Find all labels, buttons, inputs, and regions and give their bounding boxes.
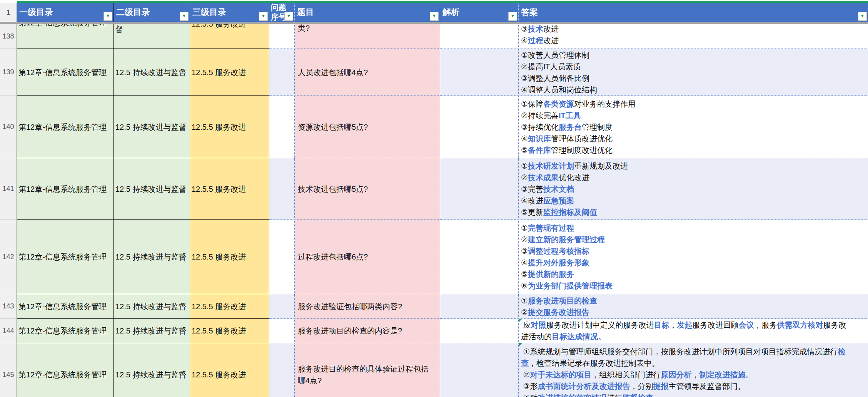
cell-text-line: 第12章-信息系统服务管理 bbox=[18, 325, 112, 337]
cell-answer[interactable]: ①保障各类资源对业务的支撑作用②持续完善IT工具③持续优化服务台管理制度④知识库… bbox=[519, 96, 868, 158]
cell-question[interactable]: 资源改进包括哪5点? bbox=[295, 96, 440, 158]
cell-level2-dir[interactable]: 12.5 持续改进与监督 bbox=[114, 220, 190, 294]
cell-analysis[interactable] bbox=[440, 158, 519, 220]
cell-text-line: ①技术研发计划重新规划及改进 bbox=[521, 160, 866, 172]
cell-text-line: 第12章-信息系统服务管理 bbox=[18, 251, 112, 263]
cell-level1-dir[interactable]: 第12章-信息系统服务管理 bbox=[17, 319, 114, 343]
row-number[interactable]: 144 bbox=[0, 319, 17, 343]
cell-level2-dir[interactable]: 12.5 持续改进与监督 bbox=[114, 96, 190, 158]
cell-text-line: 人员改进包括哪4点? bbox=[298, 67, 438, 78]
cell-analysis[interactable] bbox=[440, 319, 519, 343]
filter-dropdown-icon[interactable]: ▼ bbox=[508, 12, 517, 21]
column-header-l1[interactable]: 一级目录▼ bbox=[17, 3, 114, 22]
cell-analysis[interactable] bbox=[440, 49, 519, 96]
cell-analysis[interactable] bbox=[440, 96, 519, 158]
cell-text-line: 服务改进项目的检查的内容是? bbox=[298, 325, 438, 337]
cell-answer[interactable]: 应对照服务改进计划中定义的服务改进目标，发起服务改进回顾会议，服务供需双方核对服… bbox=[519, 319, 868, 343]
cell-level3-dir[interactable]: 12.5.5 服务改进 bbox=[190, 343, 269, 397]
cell-level1-dir[interactable]: 第12章-信息系统服务管理 bbox=[17, 158, 114, 220]
row-number-header[interactable]: 1 bbox=[0, 3, 17, 22]
cell-level2-dir[interactable]: 12.5 持续改进与监督 bbox=[114, 319, 190, 343]
row-number[interactable]: 139 bbox=[0, 49, 17, 96]
cell-text-line: 资源改进包括哪5点? bbox=[298, 121, 438, 133]
cell-question-number[interactable] bbox=[269, 96, 295, 158]
cell-answer[interactable]: ①服务改进项目的检查②提交服务改进报告 bbox=[519, 294, 868, 319]
cell-level3-dir[interactable]: 12.5.5 服务改进 bbox=[190, 49, 269, 96]
cell-level3-dir[interactable]: 12.5.5 服务改进 bbox=[190, 319, 269, 343]
row-number[interactable]: 141 bbox=[0, 158, 17, 220]
cell-question[interactable]: 过程改进包括哪6点? bbox=[295, 220, 440, 294]
cell-text-line: 12.5 持续改进与监督 bbox=[115, 301, 188, 312]
cell-level1-dir[interactable]: 第12章-信息系统服务管理 bbox=[17, 96, 114, 158]
cell-question[interactable]: 服务改进验证包括哪两类内容? bbox=[295, 294, 440, 319]
cell-text-line: 查，检查结果记录在服务改进控制表中。 bbox=[521, 357, 866, 369]
row-number[interactable]: 140 bbox=[0, 96, 17, 158]
cell-analysis[interactable] bbox=[440, 220, 519, 294]
cell-question-number[interactable] bbox=[269, 158, 295, 220]
cell-level2-dir[interactable]: 12.5 持续改进与监督 bbox=[114, 49, 190, 96]
row-number[interactable]: 143 bbox=[0, 294, 17, 319]
cell-level3-dir[interactable]: 12.5.5 服务改进 bbox=[190, 158, 269, 220]
cell-level1-dir[interactable]: 第12章-信息系统服务管理 bbox=[17, 49, 114, 96]
cell-level3-dir[interactable]: 12.5.5 服务改进 bbox=[190, 220, 269, 294]
cell-level3-dir[interactable]: 12.5.5 服务改进 bbox=[190, 24, 269, 49]
cell-level2-dir[interactable]: 12.5 持续改进与监督 bbox=[114, 158, 190, 220]
cell-text-line: ③调整人员储备比例 bbox=[521, 72, 866, 84]
filter-dropdown-icon[interactable]: ▼ bbox=[430, 12, 439, 21]
filter-dropdown-icon[interactable]: ▼ bbox=[858, 12, 867, 21]
cell-text-line: ④知识库管理体质改进优化 bbox=[521, 133, 866, 144]
column-header-jx[interactable]: 解析▼ bbox=[440, 3, 519, 22]
cell-text-line: ①完善现有过程 bbox=[521, 222, 866, 234]
column-header-l3[interactable]: 三级目录▼ bbox=[190, 3, 269, 22]
column-header-l2[interactable]: 二级目录▼ bbox=[114, 3, 190, 22]
cell-answer[interactable]: ①完善现有过程②建立新的服务管理过程③调整过程考核指标④提升对外服务形象⑤提供新… bbox=[519, 220, 868, 294]
row-number[interactable]: 138 bbox=[0, 24, 17, 49]
cell-text-line: ④过程改进 bbox=[521, 35, 866, 46]
cell-question[interactable]: 服务改进项目的检查的内容是? bbox=[295, 319, 440, 343]
cell-answer[interactable]: ①技术研发计划重新规划及改进②技术成果优化改进③完善技术文档④改进应急预案⑤更新… bbox=[519, 158, 868, 220]
cell-analysis[interactable] bbox=[440, 343, 519, 397]
cell-question[interactable]: 类? bbox=[295, 24, 440, 49]
cell-level1-dir[interactable]: 第12章-信息系统服务管理 bbox=[17, 294, 114, 319]
filter-dropdown-icon[interactable]: ▼ bbox=[259, 12, 268, 21]
cell-text-line: ②建立新的服务管理过程 bbox=[521, 234, 866, 245]
column-header-q[interactable]: 题目▼ bbox=[295, 3, 440, 22]
cell-text-line: 12.5 持续改进与监督 bbox=[115, 325, 188, 337]
cell-question[interactable]: 技术改进包括哪5点? bbox=[295, 158, 440, 220]
column-header-ans[interactable]: 答案▼ bbox=[519, 3, 868, 22]
row-number[interactable]: 142 bbox=[0, 220, 17, 294]
cell-question[interactable]: 人员改进包括哪4点? bbox=[295, 49, 440, 96]
cell-text-line: ②技术成果优化改进 bbox=[521, 172, 866, 183]
cell-text-line: 第12章-信息系统服务管理 bbox=[18, 67, 112, 78]
cell-text-line: ⑤提供新的服务 bbox=[521, 268, 866, 280]
cell-question-number[interactable] bbox=[269, 220, 295, 294]
cell-level2-dir[interactable]: 督 bbox=[114, 24, 190, 49]
cell-question-number[interactable] bbox=[269, 343, 295, 397]
filter-dropdown-icon[interactable]: ▼ bbox=[180, 12, 189, 21]
cell-text-line: 12.5 持续改进与监督 bbox=[115, 67, 188, 78]
row-number[interactable]: 145 bbox=[0, 343, 17, 397]
cell-answer[interactable]: ③技术改进④过程改进 bbox=[519, 24, 868, 49]
cell-level2-dir[interactable]: 12.5 持续改进与监督 bbox=[114, 294, 190, 319]
cell-level3-dir[interactable]: 12.5.5 服务改进 bbox=[190, 294, 269, 319]
cell-level2-dir[interactable]: 12.5 持续改进与监督 bbox=[114, 343, 190, 397]
cell-level1-dir[interactable]: 第12章-信息系统服务管理 bbox=[17, 343, 114, 397]
cell-level1-dir[interactable]: 第12章-信息系统服务管理 bbox=[17, 24, 114, 49]
cell-question-number[interactable] bbox=[269, 49, 295, 96]
cell-level3-dir[interactable]: 12.5.5 服务改进 bbox=[190, 96, 269, 158]
cell-answer[interactable]: ①改善人员管理体制②提高IT人员素质③调整人员储备比例④调整人员和岗位结构 bbox=[519, 49, 868, 96]
cell-analysis[interactable] bbox=[440, 24, 519, 49]
cell-text-line: ②提高IT人员素质 bbox=[521, 61, 866, 72]
table-row: 144第12章-信息系统服务管理12.5 持续改进与监督12.5.5 服务改进服… bbox=[0, 319, 868, 343]
cell-question-number[interactable] bbox=[269, 294, 295, 319]
cell-question-number[interactable] bbox=[269, 319, 295, 343]
cell-analysis[interactable] bbox=[440, 294, 519, 319]
cell-question-number[interactable] bbox=[269, 24, 295, 49]
cell-level1-dir[interactable]: 第12章-信息系统服务管理 bbox=[17, 220, 114, 294]
cell-answer[interactable]: ①系统规划与管理师组织服务交付部门，按服务改进计划中所列项目对项目指标完成情况进… bbox=[519, 343, 868, 397]
filter-dropdown-icon[interactable]: ▼ bbox=[284, 12, 293, 21]
cell-question[interactable]: 服务改进目的检查的具体验证过程包括哪4点? bbox=[295, 343, 440, 397]
filter-dropdown-icon[interactable]: ▼ bbox=[103, 12, 112, 21]
table-row: 145第12章-信息系统服务管理12.5 持续改进与监督12.5.5 服务改进服… bbox=[0, 343, 868, 397]
column-header-qnum[interactable]: 问题序号▼ bbox=[269, 3, 295, 22]
